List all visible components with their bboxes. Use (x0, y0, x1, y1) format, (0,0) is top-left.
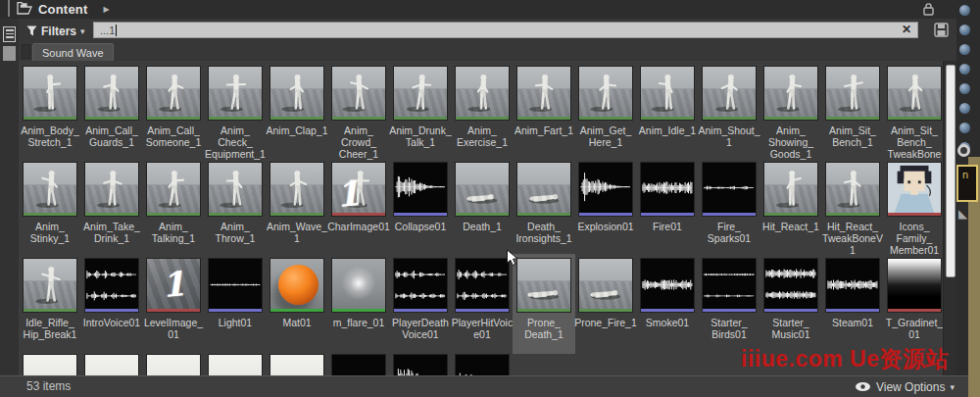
asset-tile[interactable]: Anim_Sit_Bench_TweakBone (887, 66, 942, 158)
asset-tile[interactable]: m_flare_01 (331, 258, 386, 350)
asset-tile[interactable]: Anim_Fart_1 (516, 66, 571, 158)
asset-thumbnail (146, 354, 201, 375)
asset-thumbnail: 1 (146, 258, 201, 313)
asset-name: Anim_Body_Stretch_1 (19, 124, 81, 148)
status-bar: 53 items View Options ▾ (0, 375, 968, 397)
asset-tile[interactable]: T_Gradinet_01 (887, 258, 942, 350)
asset-tile[interactable] (23, 354, 77, 375)
asset-thumbnail (825, 162, 880, 217)
scrollbar-track[interactable] (943, 61, 956, 375)
asset-tile[interactable]: Anim_Drunk_Talk_1 (393, 66, 448, 158)
asset-tile[interactable]: Anim_Call_Guards_1 (84, 66, 139, 158)
asset-tile[interactable]: Anim_Body_Stretch_1 (23, 66, 77, 158)
asset-thumbnail (23, 162, 77, 217)
asset-thumbnail (270, 162, 324, 217)
asset-tile[interactable]: Light01 (208, 258, 263, 350)
asset-tile[interactable]: PlayerHitVoice01 (455, 258, 510, 350)
asset-name: Anim_Shout_1 (698, 124, 760, 148)
asset-tile[interactable]: Death_1 (455, 162, 510, 254)
scrollbar-thumb[interactable] (946, 65, 956, 277)
asset-thumbnail (702, 66, 757, 121)
asset-name: Steam01 (821, 317, 884, 328)
asset-thumbnail (393, 258, 448, 313)
asset-thumbnail (516, 258, 571, 313)
path-bar: Content ▶ (0, 0, 980, 20)
asset-tile[interactable]: Smoke01 (640, 258, 695, 350)
asset-tile[interactable]: Icons_Family_Member01 (887, 162, 942, 254)
asset-name: Death_1 (451, 221, 514, 232)
asset-name: Prone_Death_1 (513, 317, 575, 340)
breadcrumb-arrow-icon[interactable]: ▶ (104, 5, 110, 14)
asset-name: Anim_Clap_1 (266, 124, 328, 136)
clear-search-icon[interactable]: ✕ (902, 23, 911, 37)
panel-divider (8, 0, 10, 17)
asset-thumbnail (270, 258, 324, 313)
asset-tile[interactable]: Idle_Rifle_Hip_Break1 (23, 258, 77, 350)
asset-tile[interactable]: Anim_Take_Drink_1 (84, 162, 139, 254)
asset-tile[interactable]: Prone_Death_1 (516, 258, 571, 350)
asset-tile[interactable]: 1CharImage01 (331, 162, 386, 254)
asset-tile[interactable]: Anim_Exercise_1 (455, 66, 510, 158)
asset-tile[interactable]: Anim_Check_Equipment_1 (208, 66, 263, 158)
lock-icon[interactable] (922, 2, 935, 20)
asset-tile[interactable]: Starter_Music01 (763, 258, 818, 350)
asset-name: IntroVoice01 (80, 317, 143, 328)
filter-chip-sound-wave[interactable]: Sound Wave (32, 43, 114, 62)
asset-thumbnail (23, 66, 77, 121)
asset-tile[interactable] (270, 354, 324, 375)
asset-name: Icons_Family_Member01 (883, 221, 943, 256)
asset-tile[interactable]: Mat01 (270, 258, 324, 350)
asset-tile[interactable] (455, 354, 510, 375)
asset-tile[interactable] (208, 354, 263, 375)
asset-tile[interactable]: Anim_Talking_1 (146, 162, 201, 254)
search-input[interactable]: ...1 ✕ (93, 22, 918, 38)
asset-tile[interactable]: Anim_Throw_1 (208, 162, 263, 254)
asset-tile[interactable]: Death_Ironsights_1 (516, 162, 571, 254)
asset-tile[interactable]: Hit_React_TweakBoneV1 (825, 162, 880, 254)
asset-thumbnail (23, 258, 77, 313)
asset-tile[interactable] (84, 354, 139, 375)
collapsed-panel-handle[interactable] (3, 46, 16, 61)
asset-tile[interactable]: Anim_Idle_1 (640, 66, 695, 158)
asset-tile[interactable] (331, 354, 386, 375)
asset-tile[interactable]: Prone_Fire_1 (578, 258, 633, 350)
filters-label: Filters (41, 25, 76, 38)
asset-thumbnail (578, 162, 633, 217)
asset-tile[interactable]: PlayerDeathVoice01 (393, 258, 448, 350)
asset-tile[interactable] (146, 354, 201, 375)
asset-tile[interactable]: Anim_Shout_1 (702, 66, 757, 158)
highlighted-edit-box[interactable]: n (956, 165, 978, 202)
sources-toggle-icon[interactable] (3, 26, 16, 42)
asset-thumbnail (84, 66, 139, 121)
asset-thumbnail (702, 258, 757, 313)
asset-tile[interactable]: Steam01 (825, 258, 880, 350)
content-browser-window: Content ▶ Filters ▾ ...1 ✕ Sound Wa (0, 0, 980, 397)
asset-tile[interactable]: Anim_Call_Someone_1 (146, 66, 201, 158)
asset-tile[interactable]: Anim_Sit_Bench_1 (825, 66, 880, 158)
asset-tile[interactable]: Anim_Crowd_Cheer_1 (331, 66, 386, 158)
filters-button[interactable]: Filters ▾ (26, 23, 85, 39)
breadcrumb[interactable]: Content ▶ (17, 0, 110, 19)
asset-tile[interactable]: Anim_Wave_1 (270, 162, 324, 254)
asset-name: Explosion01 (574, 221, 637, 232)
save-search-button[interactable] (932, 22, 950, 38)
asset-tile[interactable]: Anim_Clap_1 (270, 66, 324, 158)
asset-tile[interactable]: Anim_Get_Here_1 (578, 66, 633, 158)
asset-name: Prone_Fire_1 (574, 317, 637, 328)
asset-name: Anim_Showing_Goods_1 (760, 124, 822, 160)
asset-tile[interactable]: Fire01 (640, 162, 695, 254)
asset-name: PlayerHitVoice01 (451, 317, 514, 340)
asset-tile[interactable]: Collapse01 (393, 162, 448, 254)
asset-tile[interactable]: Starter_Birds01 (702, 258, 757, 350)
asset-thumbnail (516, 66, 571, 121)
asset-tile[interactable] (393, 354, 448, 375)
asset-tile[interactable]: Hit_React_1 (763, 162, 818, 254)
asset-tile[interactable]: 1LevelImage_01 (146, 258, 201, 350)
asset-tile[interactable]: Anim_Showing_Goods_1 (763, 66, 818, 158)
asset-tile[interactable]: Anim_Stinky_1 (23, 162, 77, 254)
asset-tile[interactable]: Fire_Sparks01 (702, 162, 757, 254)
asset-thumbnail (393, 66, 448, 121)
view-options-button[interactable]: View Options ▾ (855, 376, 955, 397)
asset-tile[interactable]: Explosion01 (578, 162, 633, 254)
asset-tile[interactable]: IntroVoice01 (84, 258, 139, 350)
